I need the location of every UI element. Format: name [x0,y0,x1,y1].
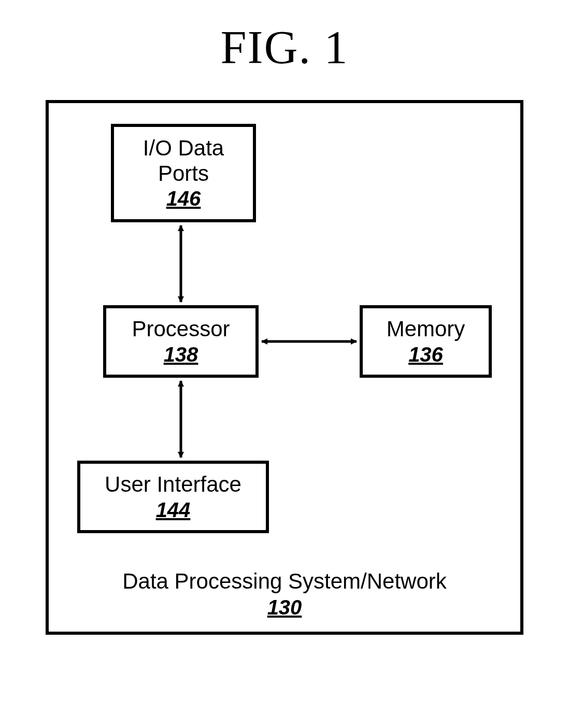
block-user-interface: User Interface 144 [77,461,269,533]
block-ref: 144 [156,498,191,522]
block-label: Processor [132,317,230,341]
block-ref: 138 [164,343,198,366]
block-processor: Processor 138 [103,305,259,378]
block-memory: Memory 136 [360,305,492,378]
container-caption: Data Processing System/Network 130 [49,569,520,619]
block-label: I/O Data Ports [143,136,224,186]
figure-title: FIG. 1 [10,21,559,74]
block-ref: 146 [166,187,201,210]
system-container: I/O Data Ports 146 Processor 138 Memory … [46,100,523,635]
figure: FIG. 1 I/O Data Ports 146 Processor 138 … [10,21,559,635]
container-ref: 130 [49,596,520,619]
block-io-data-ports: I/O Data Ports 146 [111,124,256,222]
block-ref: 136 [408,343,443,366]
block-label: Memory [387,317,465,341]
container-label: Data Processing System/Network [122,569,447,593]
block-label: User Interface [105,472,241,497]
